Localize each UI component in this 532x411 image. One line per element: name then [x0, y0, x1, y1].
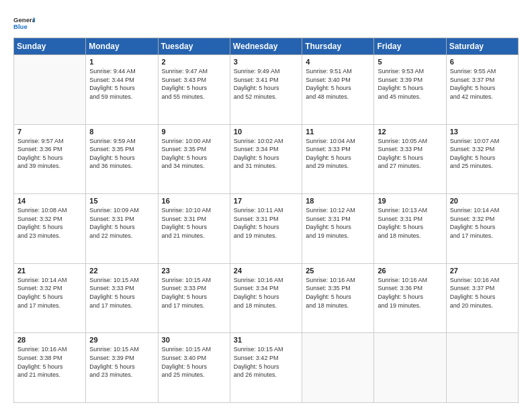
weekday-sunday: Sunday — [14, 38, 86, 55]
day-number: 29 — [89, 336, 154, 344]
day-cell: 11Sunrise: 10:04 AM Sunset: 3:33 PM Dayl… — [302, 124, 374, 194]
day-number: 2 — [162, 58, 226, 66]
day-cell: 23Sunrise: 10:15 AM Sunset: 3:33 PM Dayl… — [158, 263, 230, 333]
day-cell — [446, 333, 518, 403]
day-number: 22 — [89, 267, 154, 275]
day-info: Sunrise: 10:05 AM Sunset: 3:33 PM Daylig… — [378, 137, 442, 171]
day-number: 30 — [162, 336, 226, 344]
day-number: 11 — [306, 128, 370, 136]
week-row-3: 14Sunrise: 10:08 AM Sunset: 3:32 PM Dayl… — [14, 194, 519, 264]
day-cell: 17Sunrise: 10:11 AM Sunset: 3:31 PM Dayl… — [230, 194, 302, 264]
weekday-wednesday: Wednesday — [230, 38, 302, 55]
day-number: 18 — [306, 197, 370, 205]
day-info: Sunrise: 10:15 AM Sunset: 3:42 PM Daylig… — [234, 345, 298, 379]
day-number: 15 — [89, 197, 154, 205]
day-info: Sunrise: 10:02 AM Sunset: 3:34 PM Daylig… — [234, 137, 298, 171]
day-info: Sunrise: 10:16 AM Sunset: 3:37 PM Daylig… — [450, 276, 515, 310]
day-info: Sunrise: 10:15 AM Sunset: 3:33 PM Daylig… — [89, 276, 154, 310]
day-cell — [374, 333, 446, 403]
day-cell: 18Sunrise: 10:12 AM Sunset: 3:31 PM Dayl… — [302, 194, 374, 264]
day-number: 14 — [17, 197, 82, 205]
day-number: 7 — [17, 128, 82, 136]
day-cell: 19Sunrise: 10:13 AM Sunset: 3:31 PM Dayl… — [374, 194, 446, 264]
day-cell — [302, 333, 374, 403]
day-info: Sunrise: 10:15 AM Sunset: 3:33 PM Daylig… — [162, 276, 226, 310]
day-info: Sunrise: 9:57 AM Sunset: 3:36 PM Dayligh… — [17, 137, 82, 171]
day-number: 27 — [450, 267, 515, 275]
day-cell: 3Sunrise: 9:49 AM Sunset: 3:41 PM Daylig… — [230, 55, 302, 125]
day-cell: 9Sunrise: 10:00 AM Sunset: 3:35 PM Dayli… — [158, 124, 230, 194]
week-row-5: 28Sunrise: 10:16 AM Sunset: 3:38 PM Dayl… — [14, 333, 519, 403]
day-info: Sunrise: 10:16 AM Sunset: 3:36 PM Daylig… — [378, 276, 442, 310]
day-number: 6 — [450, 58, 515, 66]
day-info: Sunrise: 10:12 AM Sunset: 3:31 PM Daylig… — [306, 206, 370, 240]
day-number: 13 — [450, 128, 515, 136]
day-cell: 7Sunrise: 9:57 AM Sunset: 3:36 PM Daylig… — [14, 124, 86, 194]
day-number: 19 — [378, 197, 442, 205]
day-number: 20 — [450, 197, 515, 205]
day-cell: 22Sunrise: 10:15 AM Sunset: 3:33 PM Dayl… — [86, 263, 158, 333]
day-cell: 25Sunrise: 10:16 AM Sunset: 3:35 PM Dayl… — [302, 263, 374, 333]
day-cell: 6Sunrise: 9:55 AM Sunset: 3:37 PM Daylig… — [446, 55, 518, 125]
day-info: Sunrise: 10:16 AM Sunset: 3:35 PM Daylig… — [306, 276, 370, 310]
day-cell: 15Sunrise: 10:09 AM Sunset: 3:31 PM Dayl… — [86, 194, 158, 264]
day-info: Sunrise: 10:15 AM Sunset: 3:40 PM Daylig… — [162, 345, 226, 379]
day-number: 24 — [234, 267, 298, 275]
day-cell: 1Sunrise: 9:44 AM Sunset: 3:44 PM Daylig… — [86, 55, 158, 125]
day-cell: 28Sunrise: 10:16 AM Sunset: 3:38 PM Dayl… — [14, 333, 86, 403]
day-number: 21 — [17, 267, 82, 275]
day-number: 12 — [378, 128, 442, 136]
week-row-2: 7Sunrise: 9:57 AM Sunset: 3:36 PM Daylig… — [14, 124, 519, 194]
day-info: Sunrise: 10:16 AM Sunset: 3:38 PM Daylig… — [17, 345, 82, 379]
day-number: 4 — [306, 58, 370, 66]
day-info: Sunrise: 9:51 AM Sunset: 3:40 PM Dayligh… — [306, 67, 370, 101]
svg-text:Blue: Blue — [13, 23, 28, 30]
day-cell — [14, 55, 86, 125]
day-cell: 10Sunrise: 10:02 AM Sunset: 3:34 PM Dayl… — [230, 124, 302, 194]
day-info: Sunrise: 10:00 AM Sunset: 3:35 PM Daylig… — [162, 137, 226, 171]
day-info: Sunrise: 9:59 AM Sunset: 3:35 PM Dayligh… — [89, 137, 154, 171]
day-cell: 4Sunrise: 9:51 AM Sunset: 3:40 PM Daylig… — [302, 55, 374, 125]
day-cell: 5Sunrise: 9:53 AM Sunset: 3:39 PM Daylig… — [374, 55, 446, 125]
day-number: 5 — [378, 58, 442, 66]
calendar-page: General Blue SundayMondayTuesdayWednesda… — [0, 0, 532, 411]
day-number: 3 — [234, 58, 298, 66]
day-cell: 21Sunrise: 10:14 AM Sunset: 3:32 PM Dayl… — [14, 263, 86, 333]
day-info: Sunrise: 10:11 AM Sunset: 3:31 PM Daylig… — [234, 206, 298, 240]
day-info: Sunrise: 9:44 AM Sunset: 3:44 PM Dayligh… — [89, 67, 154, 101]
day-info: Sunrise: 10:14 AM Sunset: 3:32 PM Daylig… — [17, 276, 82, 310]
day-info: Sunrise: 10:14 AM Sunset: 3:32 PM Daylig… — [450, 206, 515, 240]
day-cell: 26Sunrise: 10:16 AM Sunset: 3:36 PM Dayl… — [374, 263, 446, 333]
day-info: Sunrise: 10:09 AM Sunset: 3:31 PM Daylig… — [89, 206, 154, 240]
day-cell: 20Sunrise: 10:14 AM Sunset: 3:32 PM Dayl… — [446, 194, 518, 264]
day-info: Sunrise: 10:10 AM Sunset: 3:31 PM Daylig… — [162, 206, 226, 240]
day-cell: 12Sunrise: 10:05 AM Sunset: 3:33 PM Dayl… — [374, 124, 446, 194]
header: General Blue — [13, 12, 519, 34]
day-number: 17 — [234, 197, 298, 205]
calendar-body: 1Sunrise: 9:44 AM Sunset: 3:44 PM Daylig… — [14, 55, 519, 403]
day-number: 16 — [162, 197, 226, 205]
day-info: Sunrise: 10:16 AM Sunset: 3:34 PM Daylig… — [234, 276, 298, 310]
day-info: Sunrise: 9:49 AM Sunset: 3:41 PM Dayligh… — [234, 67, 298, 101]
day-info: Sunrise: 10:04 AM Sunset: 3:33 PM Daylig… — [306, 137, 370, 171]
day-number: 23 — [162, 267, 226, 275]
day-number: 9 — [162, 128, 226, 136]
day-info: Sunrise: 9:55 AM Sunset: 3:37 PM Dayligh… — [450, 67, 515, 101]
day-number: 10 — [234, 128, 298, 136]
day-cell: 14Sunrise: 10:08 AM Sunset: 3:32 PM Dayl… — [14, 194, 86, 264]
weekday-monday: Monday — [86, 38, 158, 55]
day-cell: 24Sunrise: 10:16 AM Sunset: 3:34 PM Dayl… — [230, 263, 302, 333]
day-cell: 13Sunrise: 10:07 AM Sunset: 3:32 PM Dayl… — [446, 124, 518, 194]
weekday-header-row: SundayMondayTuesdayWednesdayThursdayFrid… — [14, 38, 519, 55]
day-cell: 8Sunrise: 9:59 AM Sunset: 3:35 PM Daylig… — [86, 124, 158, 194]
day-cell: 30Sunrise: 10:15 AM Sunset: 3:40 PM Dayl… — [158, 333, 230, 403]
week-row-1: 1Sunrise: 9:44 AM Sunset: 3:44 PM Daylig… — [14, 55, 519, 125]
week-row-4: 21Sunrise: 10:14 AM Sunset: 3:32 PM Dayl… — [14, 263, 519, 333]
weekday-tuesday: Tuesday — [158, 38, 230, 55]
day-cell: 2Sunrise: 9:47 AM Sunset: 3:43 PM Daylig… — [158, 55, 230, 125]
day-number: 25 — [306, 267, 370, 275]
day-cell: 29Sunrise: 10:15 AM Sunset: 3:39 PM Dayl… — [86, 333, 158, 403]
day-info: Sunrise: 10:07 AM Sunset: 3:32 PM Daylig… — [450, 137, 515, 171]
day-cell: 27Sunrise: 10:16 AM Sunset: 3:37 PM Dayl… — [446, 263, 518, 333]
logo: General Blue — [13, 12, 35, 34]
